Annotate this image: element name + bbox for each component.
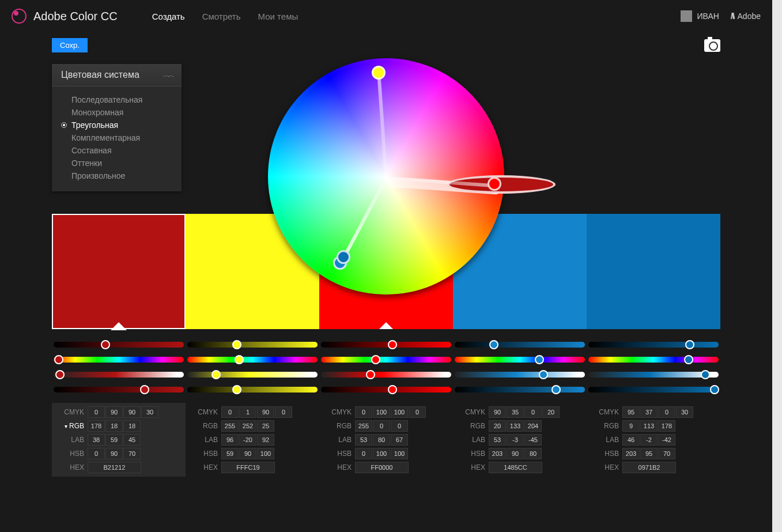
slider-3-3[interactable] <box>455 387 585 393</box>
value-cell[interactable]: 113 <box>640 420 658 432</box>
hex-input[interactable]: 0971B2 <box>622 462 676 473</box>
value-cell[interactable]: 30 <box>676 406 693 418</box>
value-cell[interactable]: 25 <box>257 420 274 432</box>
value-cell[interactable]: -20 <box>239 434 256 446</box>
value-cell[interactable]: 35 <box>507 406 524 418</box>
value-cell[interactable]: 53 <box>355 434 372 446</box>
value-cell[interactable]: 0 <box>524 406 542 418</box>
value-cell[interactable]: -2 <box>640 434 658 446</box>
value-cell[interactable]: 80 <box>373 434 390 446</box>
user-menu[interactable]: ИВАН <box>681 10 719 22</box>
value-cell[interactable]: 67 <box>391 434 408 446</box>
rule-item-2[interactable]: Треугольная <box>61 119 172 131</box>
rule-item-6[interactable]: Произвольное <box>61 169 172 182</box>
value-cell[interactable]: 0 <box>221 406 239 418</box>
value-cell[interactable]: 30 <box>141 406 158 418</box>
swatch-0[interactable] <box>52 214 186 329</box>
slider-handle-1-1[interactable] <box>235 355 244 364</box>
value-cell[interactable]: 133 <box>507 420 524 432</box>
slider-handle-2-3[interactable] <box>539 370 548 379</box>
slider-1-1[interactable] <box>187 357 318 363</box>
value-cell[interactable]: -42 <box>658 434 675 446</box>
slider-handle-3-4[interactable] <box>710 385 719 394</box>
value-cell[interactable]: 252 <box>239 420 256 432</box>
save-button[interactable]: Сохр. <box>52 38 88 52</box>
slider-handle-1-0[interactable] <box>54 355 63 364</box>
slider-2-0[interactable] <box>54 372 184 378</box>
slider-handle-2-2[interactable] <box>366 370 375 379</box>
value-cell[interactable]: 0 <box>373 420 390 432</box>
value-cell[interactable]: 0 <box>391 420 408 432</box>
rule-item-4[interactable]: Составная <box>61 144 172 157</box>
slider-1-3[interactable] <box>455 357 585 363</box>
slider-2-2[interactable] <box>321 372 451 378</box>
value-cell[interactable]: 0 <box>355 406 372 418</box>
value-cell[interactable]: 0 <box>88 448 105 459</box>
slider-handle-1-2[interactable] <box>371 355 380 364</box>
value-cell[interactable]: 0 <box>355 448 372 459</box>
value-cell[interactable]: 70 <box>123 448 141 459</box>
value-cell[interactable]: 96 <box>221 434 239 446</box>
slider-2-1[interactable] <box>187 372 318 378</box>
value-cell[interactable]: 90 <box>105 448 123 459</box>
value-cell[interactable]: 100 <box>391 406 408 418</box>
value-cell[interactable]: 20 <box>542 406 560 418</box>
rule-panel-header[interactable]: Цветовая система ︿︿ <box>52 64 182 86</box>
value-cell[interactable]: 46 <box>622 434 640 446</box>
value-cell[interactable]: 95 <box>640 448 658 459</box>
value-cell[interactable]: 59 <box>105 434 123 446</box>
slider-0-0[interactable] <box>54 342 184 348</box>
value-cell[interactable]: 100 <box>391 448 408 459</box>
slider-1-2[interactable] <box>321 357 451 363</box>
value-cell[interactable]: 20 <box>489 420 506 432</box>
value-cell[interactable]: 18 <box>123 420 141 432</box>
value-cell[interactable]: -3 <box>507 434 524 446</box>
slider-2-3[interactable] <box>455 372 585 378</box>
slider-handle-0-1[interactable] <box>232 340 241 349</box>
slider-handle-1-4[interactable] <box>684 355 693 364</box>
value-cell[interactable]: 100 <box>257 448 274 459</box>
hex-input[interactable]: FF0000 <box>355 462 409 473</box>
value-cell[interactable]: 90 <box>239 448 256 459</box>
slider-0-4[interactable] <box>588 342 719 348</box>
slider-3-1[interactable] <box>187 387 318 393</box>
value-cell[interactable]: 203 <box>489 448 506 459</box>
slider-handle-0-0[interactable] <box>101 340 110 349</box>
color-wheel[interactable] <box>268 58 504 295</box>
slider-handle-2-1[interactable] <box>211 370 221 379</box>
value-cell[interactable]: 37 <box>640 406 658 418</box>
value-cell[interactable]: 178 <box>88 420 105 432</box>
value-cell[interactable]: 1 <box>239 406 256 418</box>
rule-item-1[interactable]: Монохромная <box>61 106 172 119</box>
value-cell[interactable]: 45 <box>123 434 141 446</box>
slider-3-4[interactable] <box>588 387 719 393</box>
value-cell[interactable]: 9 <box>622 420 640 432</box>
slider-0-1[interactable] <box>187 342 318 348</box>
value-cell[interactable]: 100 <box>373 448 390 459</box>
rule-item-3[interactable]: Комплементарная <box>61 131 172 144</box>
value-cell[interactable]: 255 <box>221 420 239 432</box>
value-cell[interactable]: 70 <box>658 448 675 459</box>
value-cell[interactable]: 0 <box>658 406 675 418</box>
nav-item-1[interactable]: Смотреть <box>202 12 241 21</box>
slider-3-0[interactable] <box>54 387 184 393</box>
value-cell[interactable]: 0 <box>275 406 292 418</box>
value-cell[interactable]: 100 <box>373 406 390 418</box>
value-cell[interactable]: 90 <box>489 406 506 418</box>
slider-0-2[interactable] <box>321 342 451 348</box>
nav-item-0[interactable]: Создать <box>152 12 185 21</box>
value-cell[interactable]: 59 <box>221 448 239 459</box>
value-cell[interactable]: 204 <box>524 420 542 432</box>
slider-handle-0-3[interactable] <box>489 340 498 349</box>
hex-input[interactable]: B21212 <box>88 462 141 473</box>
slider-handle-3-3[interactable] <box>551 385 561 394</box>
value-cell[interactable]: 178 <box>658 420 675 432</box>
value-cell[interactable]: 255 <box>355 420 372 432</box>
slider-handle-0-4[interactable] <box>685 340 694 349</box>
wheel-handle-2[interactable] <box>488 177 501 191</box>
nav-item-2[interactable]: Мои темы <box>258 12 299 21</box>
slider-3-2[interactable] <box>321 387 451 393</box>
slider-handle-3-2[interactable] <box>388 385 397 394</box>
value-cell[interactable]: 53 <box>489 434 506 446</box>
value-cell[interactable]: 92 <box>257 434 274 446</box>
